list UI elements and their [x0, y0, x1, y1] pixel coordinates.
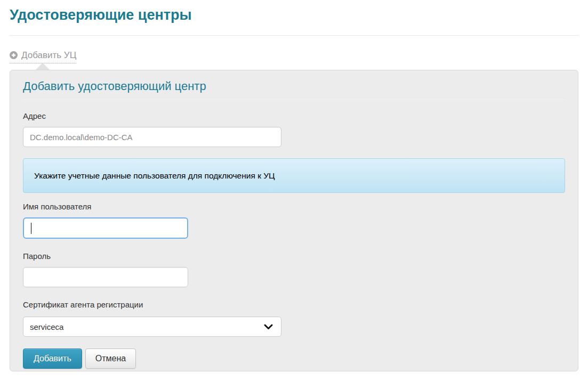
password-input[interactable] [23, 267, 188, 287]
agent-cert-label: Сертификат агента регистрации [23, 300, 565, 310]
password-form-group: Пароль [23, 252, 565, 287]
plus-circle-icon [10, 51, 18, 59]
add-ca-link[interactable]: Добавить УЦ [10, 50, 76, 63]
add-button[interactable]: Добавить [23, 349, 82, 369]
info-message-box: Укажите учетные данные пользователя для … [23, 158, 565, 193]
address-input[interactable] [23, 127, 281, 147]
button-row: Добавить Отмена [23, 349, 565, 369]
cancel-button[interactable]: Отмена [85, 349, 136, 369]
address-form-group: Адрес [23, 111, 565, 147]
text-cursor [31, 223, 31, 234]
username-label: Имя пользователя [23, 202, 565, 212]
chevron-down-icon [264, 324, 273, 330]
password-label: Пароль [23, 252, 565, 261]
agent-cert-select[interactable]: serviceca [23, 317, 281, 337]
page: Удостоверяющие центры Добавить УЦ Добави… [0, 6, 588, 371]
add-ca-link-label: Добавить УЦ [21, 50, 76, 60]
header-divider [10, 35, 578, 36]
add-ca-panel-wrap: Добавить удостоверяющий центр Адрес Укаж… [10, 70, 578, 371]
panel-title: Добавить удостоверяющий центр [23, 79, 565, 99]
username-input[interactable] [23, 217, 188, 239]
panel-caret [36, 63, 50, 70]
page-title: Удостоверяющие центры [10, 6, 578, 23]
add-ca-panel: Добавить удостоверяющий центр Адрес Укаж… [10, 70, 578, 371]
agent-cert-form-group: Сертификат агента регистрации serviceca [23, 300, 565, 337]
agent-cert-selected-value: serviceca [30, 322, 63, 331]
username-form-group: Имя пользователя [23, 202, 565, 239]
address-label: Адрес [23, 111, 565, 121]
info-message-text: Укажите учетные данные пользователя для … [34, 171, 275, 181]
